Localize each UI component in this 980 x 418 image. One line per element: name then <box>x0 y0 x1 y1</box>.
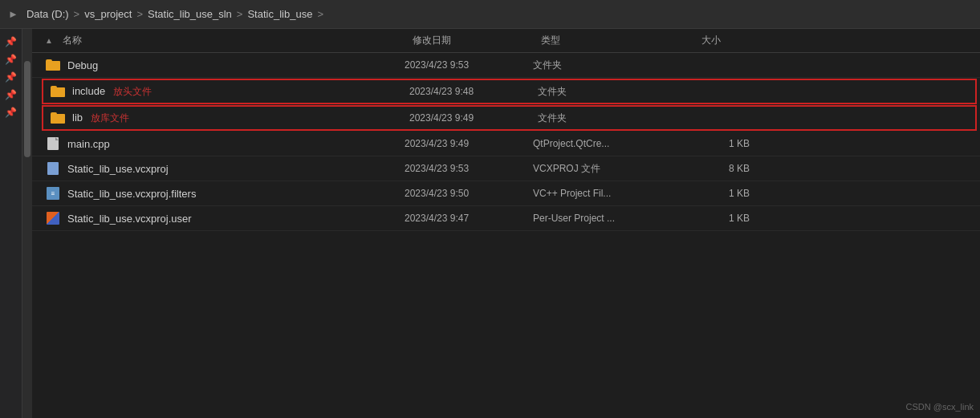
file-type: VCXPROJ 文件 <box>533 162 693 176</box>
breadcrumb-arrow: ► <box>8 8 18 20</box>
file-name: Static_lib_use.vcxproj.filters <box>67 188 405 200</box>
file-type: 文件夹 <box>538 112 698 125</box>
file-size: 1 KB <box>693 213 758 224</box>
table-row[interactable]: lib放库文件 2023/4/23 9:49 文件夹 <box>42 105 977 131</box>
file-date: 2023/4/23 9:53 <box>405 59 533 71</box>
pin-icon-3[interactable]: 📌 <box>5 88 18 101</box>
file-type: VC++ Project Fil... <box>533 188 693 199</box>
col-header-name[interactable]: 名称 <box>59 34 413 47</box>
main-area: 📌 📌 📌 📌 📌 ▲ 名称 修改日期 类型 大小 Debug 2023/4/ <box>0 29 980 418</box>
file-type: QtProject.QtCre... <box>533 138 693 149</box>
breadcrumb-sep-3: > <box>317 8 323 20</box>
table-row[interactable]: main.cpp 2023/4/23 9:49 QtProject.QtCre.… <box>32 132 980 156</box>
file-type: Per-User Project ... <box>533 213 693 224</box>
file-icon <box>45 136 61 152</box>
file-date: 2023/4/23 9:53 <box>405 163 533 174</box>
file-list: ▲ 名称 修改日期 类型 大小 Debug 2023/4/23 9:53 文件夹… <box>32 29 980 418</box>
sidebar: 📌 📌 📌 📌 📌 <box>0 29 22 418</box>
column-headers: ▲ 名称 修改日期 类型 大小 <box>32 29 980 53</box>
breadcrumb-sep-0: > <box>74 8 80 20</box>
pin-icon-2[interactable]: 📌 <box>5 71 18 83</box>
file-size: 8 KB <box>693 163 758 174</box>
breadcrumb-item-1[interactable]: vs_project <box>84 8 132 20</box>
table-row[interactable]: Static_lib_use.vcxproj.user 2023/4/23 9:… <box>32 206 980 231</box>
table-row[interactable]: Static_lib_use.vcxproj.filters 2023/4/23… <box>32 181 980 206</box>
pin-icon-1[interactable]: 📌 <box>5 53 18 66</box>
file-size: 1 KB <box>693 138 758 149</box>
file-name: Static_lib_use.vcxproj <box>67 163 405 175</box>
breadcrumb-item-0[interactable]: Data (D:) <box>26 8 69 20</box>
table-row[interactable]: include放头文件 2023/4/23 9:48 文件夹 <box>42 79 977 104</box>
annotation-label: 放头文件 <box>113 86 152 97</box>
table-row[interactable]: Static_lib_use.vcxproj 2023/4/23 9:53 VC… <box>32 156 980 181</box>
file-name: main.cpp <box>67 138 405 150</box>
table-row[interactable]: Debug 2023/4/23 9:53 文件夹 <box>32 53 980 78</box>
scrollbar-track[interactable] <box>22 29 32 418</box>
file-date: 2023/4/23 9:49 <box>409 112 538 124</box>
scrollbar-thumb[interactable] <box>24 61 30 157</box>
folder-icon <box>50 110 66 126</box>
col-header-size[interactable]: 大小 <box>701 34 766 47</box>
file-date: 2023/4/23 9:49 <box>405 138 533 149</box>
file-rows-container: Debug 2023/4/23 9:53 文件夹 include放头文件 202… <box>32 53 980 231</box>
folder-icon <box>50 83 66 99</box>
vcxproj-icon <box>45 160 61 177</box>
explorer: ▲ 名称 修改日期 类型 大小 Debug 2023/4/23 9:53 文件夹… <box>22 29 980 418</box>
file-name: lib放库文件 <box>72 112 409 125</box>
col-header-type[interactable]: 类型 <box>541 34 701 47</box>
breadcrumb-item-2[interactable]: Static_lib_use_sln <box>148 8 232 20</box>
file-name: Static_lib_use.vcxproj.user <box>67 213 405 225</box>
col-header-date[interactable]: 修改日期 <box>413 34 541 47</box>
file-type: 文件夹 <box>533 59 693 72</box>
filters-icon <box>45 185 61 201</box>
user-file-icon <box>45 210 61 226</box>
pin-icon-4[interactable]: 📌 <box>5 106 18 119</box>
file-name: Debug <box>67 59 405 71</box>
file-date: 2023/4/23 9:48 <box>409 86 538 97</box>
folder-icon <box>45 57 61 73</box>
breadcrumb-sep-2: > <box>237 8 243 20</box>
breadcrumb-item-3[interactable]: Static_lib_use <box>247 8 312 20</box>
pin-icon-0[interactable]: 📌 <box>5 35 18 48</box>
file-date: 2023/4/23 9:47 <box>405 213 533 224</box>
annotation-label: 放库文件 <box>91 112 129 124</box>
sort-arrow-icon: ▲ <box>45 36 53 45</box>
breadcrumb-bar: ► Data (D:) > vs_project > Static_lib_us… <box>0 0 980 29</box>
file-size: 1 KB <box>693 188 758 199</box>
file-date: 2023/4/23 9:50 <box>405 188 533 199</box>
watermark: CSDN @scx_link <box>905 402 974 412</box>
file-type: 文件夹 <box>538 85 698 99</box>
breadcrumb-sep-1: > <box>136 8 143 20</box>
file-name: include放头文件 <box>72 85 409 99</box>
